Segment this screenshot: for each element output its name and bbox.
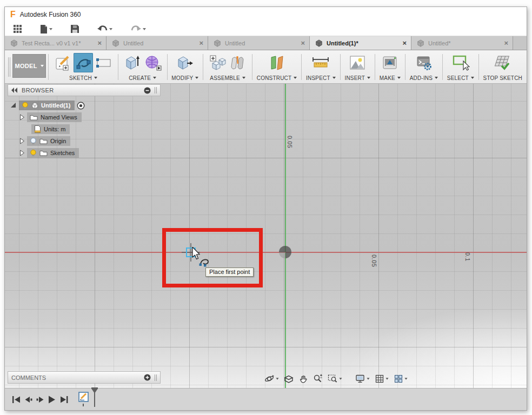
timeline-step-back-button[interactable] bbox=[22, 393, 34, 405]
document-tab[interactable]: Untitled × bbox=[208, 36, 310, 50]
ribbon-separator bbox=[478, 54, 479, 80]
app-grid-button[interactable] bbox=[11, 24, 24, 34]
ribbon-group-label: MAKE bbox=[380, 75, 395, 81]
origin-marker[interactable] bbox=[279, 246, 291, 258]
zoom-window-button[interactable] bbox=[327, 373, 343, 384]
new-component-button[interactable] bbox=[208, 53, 227, 72]
component-cube-icon bbox=[31, 102, 38, 109]
bulb-on-icon[interactable] bbox=[30, 149, 37, 157]
ribbon-group-dropdown[interactable]: SELECT bbox=[447, 73, 474, 82]
expand-triangle-icon[interactable] bbox=[11, 103, 16, 108]
form-button[interactable] bbox=[143, 53, 163, 72]
look-at-button[interactable] bbox=[283, 373, 295, 384]
ribbon-group-dropdown[interactable]: MODIFY bbox=[171, 73, 198, 82]
dropdown-caret-icon bbox=[49, 28, 52, 30]
redo-icon bbox=[131, 25, 141, 32]
ribbon-group-label: CONSTRUCT bbox=[257, 75, 292, 81]
grid-settings-button[interactable] bbox=[374, 373, 390, 384]
select-button[interactable] bbox=[451, 53, 470, 72]
ribbon-group-dropdown[interactable]: MAKE bbox=[380, 73, 401, 82]
timeline-sketch-feature[interactable] bbox=[78, 392, 98, 407]
ribbon-group-dropdown[interactable]: INSPECT bbox=[306, 73, 336, 82]
press-pull-icon bbox=[176, 54, 194, 71]
units-document-icon bbox=[34, 125, 41, 133]
ribbon-group-dropdown[interactable]: ADD-INS bbox=[410, 73, 438, 82]
press-pull-button[interactable] bbox=[175, 53, 195, 72]
ribbon-group-construct: CONSTRUCT bbox=[255, 52, 300, 83]
ribbon-group-dropdown[interactable]: INSERT bbox=[344, 73, 370, 82]
ribbon-group-make: MAKE bbox=[377, 52, 403, 83]
tree-item-origin[interactable]: Origin bbox=[9, 135, 161, 147]
expand-arrow-icon[interactable] bbox=[19, 150, 25, 156]
panel-grip-icon[interactable] bbox=[155, 87, 157, 93]
extrude-button[interactable] bbox=[123, 53, 142, 72]
tree-item-root[interactable]: Untitled(1) bbox=[9, 99, 161, 111]
3d-print-button[interactable] bbox=[380, 53, 400, 72]
display-settings-button[interactable] bbox=[354, 373, 371, 384]
spline-tool-button[interactable] bbox=[74, 53, 93, 72]
panel-grip-icon[interactable] bbox=[155, 374, 157, 381]
joint-button[interactable] bbox=[228, 53, 248, 72]
construction-plane-button[interactable] bbox=[267, 53, 287, 72]
expand-arrow-icon[interactable] bbox=[19, 114, 25, 121]
ribbon-group-dropdown[interactable]: CREATE bbox=[129, 73, 156, 82]
document-cube-icon bbox=[10, 39, 18, 47]
mouse-cursor-icon bbox=[192, 247, 201, 260]
expand-arrow-icon[interactable] bbox=[19, 138, 25, 144]
stop-sketch-button[interactable] bbox=[493, 53, 513, 72]
rectangle-tool-button[interactable] bbox=[94, 53, 114, 72]
ribbon-drag-handle[interactable] bbox=[8, 57, 10, 77]
comments-panel[interactable]: COMMENTS bbox=[8, 371, 161, 384]
document-tab[interactable]: Untitled* × bbox=[411, 36, 513, 50]
redo-button[interactable] bbox=[129, 24, 148, 34]
tab-close-icon[interactable]: × bbox=[199, 39, 203, 46]
step-back-icon bbox=[24, 396, 32, 403]
timeline-go-to-start-button[interactable] bbox=[10, 393, 22, 405]
tab-close-icon[interactable]: × bbox=[301, 39, 305, 46]
pan-button[interactable] bbox=[297, 373, 309, 384]
tab-close-icon[interactable]: × bbox=[402, 39, 407, 46]
tree-item-sketches[interactable]: Sketches bbox=[9, 147, 161, 159]
hide-panel-icon[interactable] bbox=[144, 87, 151, 94]
document-tab[interactable]: Untitled × bbox=[107, 36, 208, 50]
viewport-canvas[interactable]: 0.05 0.05 0.1 Place first point bbox=[5, 84, 527, 388]
zoom-button[interactable] bbox=[312, 373, 324, 384]
document-tab-active[interactable]: Untitled(1)* × bbox=[310, 36, 411, 50]
file-menu-button[interactable] bbox=[38, 24, 55, 35]
timeline-play-button[interactable] bbox=[46, 393, 58, 405]
tab-label: Untitled bbox=[225, 40, 297, 46]
bulb-on-icon[interactable] bbox=[22, 102, 29, 109]
navigation-bar bbox=[263, 372, 409, 385]
ribbon-group-assemble: ASSEMBLE bbox=[205, 52, 250, 83]
insert-image-button[interactable] bbox=[348, 53, 367, 72]
document-tab[interactable]: Test Recta... v0 v1 v1* × bbox=[5, 36, 107, 50]
form-icon bbox=[144, 54, 162, 71]
ribbon-group-dropdown[interactable]: SKETCH bbox=[69, 73, 97, 82]
orbit-button[interactable] bbox=[263, 373, 280, 384]
timeline-go-to-end-button[interactable] bbox=[58, 393, 70, 405]
collapse-panel-icon[interactable] bbox=[11, 88, 18, 93]
timeline-step-forward-button[interactable] bbox=[34, 393, 46, 405]
browser-header[interactable]: BROWSER bbox=[8, 84, 161, 96]
stop-sketch-label-row[interactable]: STOP SKETCH bbox=[483, 73, 522, 82]
folder-icon bbox=[39, 150, 48, 156]
tab-close-icon[interactable]: × bbox=[97, 39, 102, 46]
bulb-off-icon[interactable] bbox=[30, 137, 37, 145]
ribbon-group-dropdown[interactable]: ASSEMBLE bbox=[210, 73, 245, 82]
scripts-addins-button[interactable] bbox=[414, 53, 434, 72]
activate-radio-icon[interactable] bbox=[77, 102, 85, 110]
undo-button[interactable] bbox=[95, 24, 115, 34]
document-tab-bar: Test Recta... v0 v1 v1* × Untitled × Unt… bbox=[5, 36, 527, 50]
dropdown-caret-icon bbox=[367, 378, 369, 379]
create-sketch-button[interactable] bbox=[53, 53, 72, 72]
workspace-selector[interactable]: MODEL bbox=[12, 54, 46, 78]
tree-item-units[interactable]: Units: m bbox=[9, 123, 161, 135]
tree-item-named-views[interactable]: Named Views bbox=[9, 111, 161, 123]
ribbon-group-dropdown[interactable]: CONSTRUCT bbox=[257, 73, 297, 82]
add-comment-icon[interactable] bbox=[144, 374, 151, 381]
timeline-position-marker[interactable] bbox=[91, 389, 98, 407]
tab-close-icon[interactable]: × bbox=[504, 39, 508, 46]
viewports-button[interactable] bbox=[393, 373, 409, 384]
measure-button[interactable] bbox=[311, 53, 330, 72]
save-button[interactable] bbox=[69, 24, 81, 34]
